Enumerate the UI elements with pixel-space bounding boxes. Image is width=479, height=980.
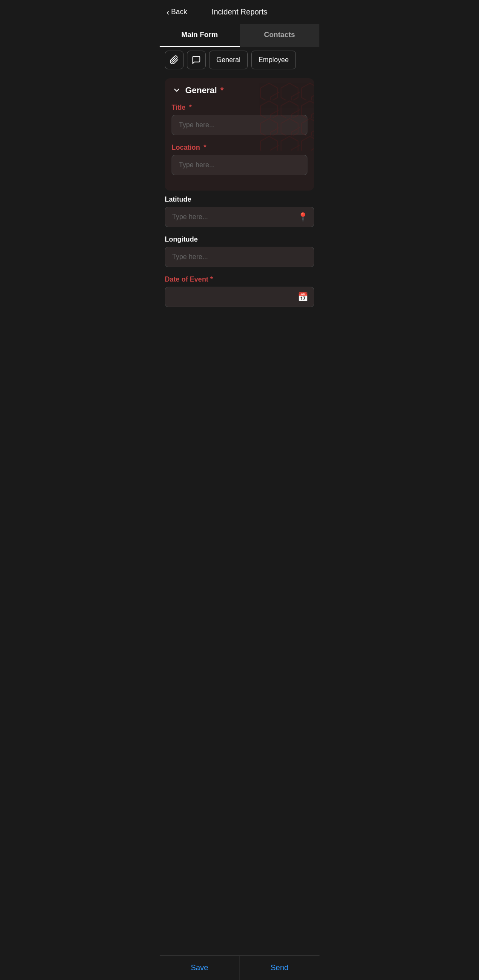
employee-button[interactable]: Employee xyxy=(251,51,296,69)
longitude-field-group: Longitude xyxy=(165,236,314,267)
title-required-star: * xyxy=(189,104,192,111)
longitude-input[interactable] xyxy=(165,247,314,267)
general-section-card: General * Title * Location * xyxy=(165,78,314,191)
back-arrow-icon: ‹ xyxy=(166,7,169,17)
hex-background-pattern xyxy=(259,83,314,151)
date-of-event-input[interactable] xyxy=(165,287,314,307)
latitude-input[interactable] xyxy=(165,207,314,227)
location-pin-icon: 📍 xyxy=(298,212,308,222)
latitude-field-group: Latitude 📍 xyxy=(165,196,314,227)
svg-rect-2 xyxy=(259,83,314,151)
paperclip-icon xyxy=(169,55,179,65)
latitude-label: Latitude xyxy=(165,196,314,203)
outside-fields: Latitude 📍 Longitude Date of Event * xyxy=(160,196,319,307)
back-label: Back xyxy=(171,8,187,16)
form-scroll-area: General * Title * Location * xyxy=(160,73,319,375)
date-required-star: * xyxy=(210,276,213,283)
chevron-down-icon[interactable] xyxy=(172,85,182,95)
general-button[interactable]: General xyxy=(209,51,248,69)
toolbar: General Employee xyxy=(160,47,319,73)
nav-bar: ‹ Back Incident Reports xyxy=(160,0,319,24)
section-title: General xyxy=(185,85,217,95)
page-title: Incident Reports xyxy=(212,8,267,17)
section-required-star: * xyxy=(220,85,224,95)
tab-main-form[interactable]: Main Form xyxy=(160,24,240,47)
date-of-event-field-group: Date of Event * 📅 xyxy=(165,276,314,307)
longitude-label: Longitude xyxy=(165,236,314,243)
date-of-event-label: Date of Event * xyxy=(165,276,314,283)
form-content: General * Title * Location * xyxy=(160,78,319,307)
tab-contacts[interactable]: Contacts xyxy=(240,24,320,47)
location-input[interactable] xyxy=(172,155,307,175)
back-button[interactable]: ‹ Back xyxy=(166,7,187,17)
calendar-icon: 📅 xyxy=(298,292,308,302)
location-required-star: * xyxy=(204,144,206,151)
latitude-input-wrapper: 📍 xyxy=(165,207,314,227)
tab-bar: Main Form Contacts xyxy=(160,24,319,47)
attach-button[interactable] xyxy=(165,51,184,69)
chat-icon xyxy=(192,55,201,65)
date-input-wrapper: 📅 xyxy=(165,287,314,307)
chat-button[interactable] xyxy=(187,51,206,69)
